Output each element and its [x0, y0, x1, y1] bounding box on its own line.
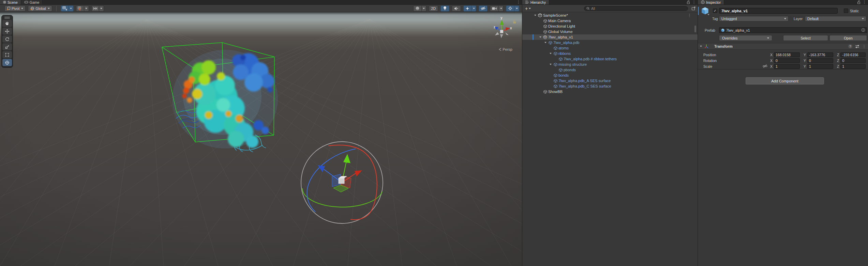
tree-item-pdb[interactable]: 7lwv_alpha.pdb — [522, 40, 698, 45]
grid-visibility-dropdown[interactable] — [69, 5, 74, 12]
foldout-icon[interactable] — [548, 53, 553, 54]
global-toggle-button[interactable]: Global — [28, 5, 52, 12]
tab-game[interactable]: Game — [21, 0, 43, 4]
scale-x-field[interactable] — [774, 64, 800, 69]
constrain-proportions-icon[interactable] — [763, 64, 767, 69]
grid-snap-button[interactable] — [76, 5, 84, 12]
hierarchy-menu-icon[interactable]: ⋮ — [692, 0, 696, 4]
tree-item-pbonds[interactable]: pbonds — [522, 67, 698, 73]
open-button[interactable]: Open — [829, 35, 867, 41]
tree-item-scene[interactable]: SampleScene* ⋮ — [522, 13, 698, 18]
help-icon[interactable]: ? — [848, 44, 852, 48]
tree-item-atoms[interactable]: atoms — [522, 45, 698, 51]
position-z-field[interactable] — [840, 52, 866, 57]
position-x-field[interactable] — [774, 52, 800, 57]
prefab-object-field[interactable]: 7lwv_alpha_v1 — [719, 27, 867, 33]
tab-inspector[interactable]: Inspector — [698, 0, 724, 4]
scene-visibility-button[interactable] — [479, 5, 488, 12]
pivot-toggle-button[interactable]: Pivot — [4, 5, 26, 12]
gizmos-toggle-button[interactable] — [506, 5, 514, 12]
icon-dropdown-tri[interactable] — [707, 14, 709, 15]
select-button[interactable]: Select — [783, 35, 828, 41]
scene-panel-menu-icon[interactable]: ⋮ — [517, 0, 520, 4]
gizmo-lock-icon[interactable] — [513, 20, 516, 24]
inspector-menu-icon[interactable]: ⋮ — [863, 0, 866, 4]
free-move-handle[interactable] — [339, 178, 344, 184]
gameobject-prefab-icon[interactable] — [701, 6, 709, 16]
foldout-icon[interactable] — [533, 15, 538, 16]
rotation-z-field[interactable] — [840, 58, 866, 63]
draw-mode-button[interactable] — [413, 5, 422, 12]
camera-settings-dropdown[interactable] — [499, 5, 504, 12]
scale-z-field[interactable] — [840, 64, 866, 69]
transform-foldout-icon[interactable] — [700, 46, 702, 47]
audio-toggle-button[interactable] — [452, 5, 461, 12]
transform-tool-button[interactable] — [2, 59, 12, 66]
snap-increment-dropdown[interactable] — [99, 5, 104, 12]
2d-toggle-button[interactable]: 2D — [429, 5, 438, 12]
tab-scene[interactable]: Scene — [0, 0, 21, 4]
gameobject-name-field[interactable] — [719, 8, 838, 14]
hierarchy-scrollbar[interactable] — [694, 26, 696, 32]
tree-item-missing-structure[interactable]: missing structure — [522, 62, 698, 67]
grid-snap-dropdown[interactable] — [84, 5, 89, 12]
draw-mode-dropdown[interactable] — [422, 5, 426, 12]
layer-dropdown[interactable]: Default — [805, 16, 866, 21]
hierarchy-search[interactable] — [584, 6, 688, 11]
perspective-toggle[interactable]: Persp — [499, 47, 512, 51]
tree-item-bonds[interactable]: bonds — [522, 73, 698, 78]
transform-menu-icon[interactable]: ⋮ — [862, 45, 866, 48]
hierarchy-lock-icon[interactable] — [687, 0, 690, 4]
view-tool-button[interactable] — [2, 20, 12, 27]
rect-tool-button[interactable] — [2, 51, 12, 58]
tree-item-ribbon-tethers[interactable]: 7lwv_alpha.pdb # ribbon tethers — [522, 56, 698, 62]
effects-dropdown[interactable] — [472, 5, 476, 12]
search-expand-icon[interactable] — [691, 6, 696, 11]
hierarchy-search-input[interactable] — [591, 7, 686, 11]
orientation-gizmo[interactable]: y z x — [484, 16, 516, 38]
create-object-button[interactable]: + — [524, 6, 532, 11]
foldout-icon[interactable] — [543, 42, 548, 43]
presets-icon[interactable] — [855, 45, 859, 48]
tab-hierarchy[interactable]: Hierarchy — [522, 0, 549, 4]
scale-y-field[interactable] — [807, 64, 833, 69]
active-checkbox[interactable]: ✓ — [713, 9, 717, 13]
transform-gizmo[interactable] — [301, 142, 383, 223]
snap-increment-button[interactable] — [91, 5, 99, 12]
overrides-dropdown[interactable]: Overrides — [719, 35, 772, 41]
rotate-tool-button[interactable] — [2, 35, 12, 43]
lighting-toggle-button[interactable] — [440, 5, 449, 12]
scene-row-menu-icon[interactable]: ⋮ — [688, 13, 691, 18]
tree-item-ribbons[interactable]: ribbons — [522, 51, 698, 56]
tree-item-showbb[interactable]: ShowBB — [522, 89, 698, 94]
rotation-x-field[interactable] — [774, 58, 800, 63]
tree-item-ses-surface-c[interactable]: 7lwv_alpha.pdb_C SES surface — [522, 83, 698, 89]
effects-toggle-button[interactable] — [463, 5, 472, 12]
scale-tool-button[interactable] — [2, 43, 12, 50]
tree-item-directional-light[interactable]: Directional Light — [522, 24, 698, 29]
grid-visibility-button[interactable]: Y — [61, 5, 69, 12]
position-y-field[interactable] — [807, 52, 833, 57]
move-tool-button[interactable] — [2, 28, 12, 35]
global-label: Global — [35, 6, 46, 11]
rotation-y-field[interactable] — [807, 58, 833, 63]
foldout-icon[interactable] — [538, 36, 543, 38]
axis-y-cone[interactable] — [500, 20, 504, 25]
gizmos-dropdown[interactable] — [514, 5, 519, 12]
foldout-icon[interactable] — [548, 64, 553, 65]
axis-x-cone[interactable] — [506, 27, 510, 31]
camera-settings-button[interactable] — [490, 5, 499, 12]
tools-drag-handle[interactable] — [4, 16, 10, 19]
static-checkbox[interactable] — [844, 9, 848, 13]
tree-item-ses-surface-a[interactable]: 7lwv_alpha.pdb_A SES surface — [522, 78, 698, 83]
tag-dropdown[interactable]: Untagged — [719, 16, 789, 21]
inspector-lock-icon[interactable] — [857, 0, 860, 4]
scene-viewport[interactable]: y z x — [0, 12, 522, 266]
add-component-button[interactable]: Add Component — [746, 77, 824, 84]
tree-item-main-camera[interactable]: Main Camera — [522, 18, 698, 24]
gizmo-handle-icon[interactable] — [484, 17, 490, 18]
object-picker-icon[interactable] — [861, 28, 865, 33]
tree-item-7lwv-alpha-v1[interactable]: TF 7lwv_alpha_v1 — [522, 34, 698, 40]
transform-header[interactable]: Transform ? ⋮ — [698, 43, 868, 50]
tree-item-global-volume[interactable]: Global Volume — [522, 29, 698, 34]
